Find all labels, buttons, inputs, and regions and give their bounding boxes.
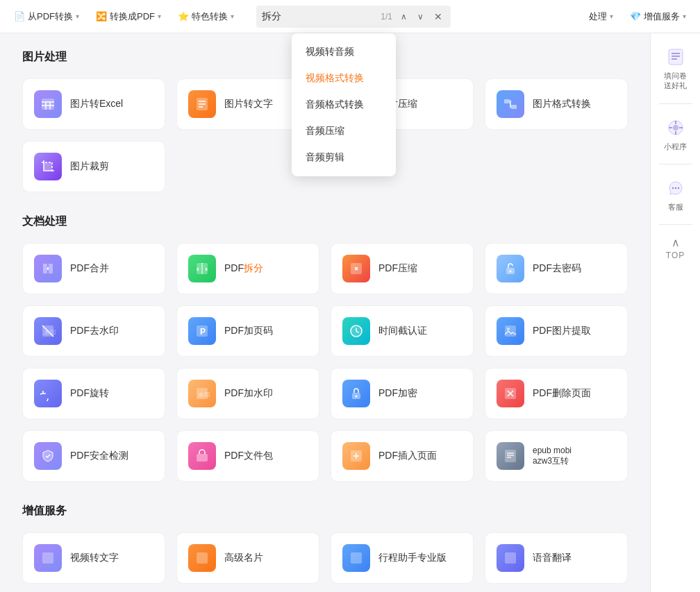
tool-icon-pdf-delete-page	[497, 380, 524, 407]
tool-pdf-security[interactable]: PDF安全检测	[22, 430, 165, 482]
tool-label-pdf-encrypt: PDF加密	[378, 387, 417, 400]
tool-icon-pdf-compress	[342, 255, 370, 282]
tool-time-stamp[interactable]: 时间截认证	[331, 305, 474, 357]
tool-icon-pdf-package	[188, 442, 216, 470]
tool-va-4[interactable]: 语音翻译	[485, 532, 628, 584]
svg-text:P: P	[200, 327, 206, 337]
tool-pdf-rotate[interactable]: PDF旋转	[22, 368, 165, 419]
tool-label-va-3: 行程助手专业版	[378, 552, 447, 564]
mini-program-label: 小程序	[664, 142, 687, 151]
tool-img-format[interactable]: 图片格式转换	[485, 78, 628, 130]
svg-rect-14	[511, 105, 517, 109]
tool-pdf-delete-page[interactable]: PDF删除页面	[485, 368, 628, 419]
dropdown-overlay: 视频转音频 视频格式转换 音频格式转换 音频压缩 音频剪辑	[292, 33, 396, 176]
svg-rect-13	[504, 99, 510, 103]
to-pdf-btn[interactable]: 🔀 转换成PDF ▾	[88, 6, 169, 27]
processing-btn[interactable]: 处理 ▾	[581, 6, 622, 27]
tool-img-excel[interactable]: 图片转Excel	[22, 78, 165, 130]
dropdown-item-audio-compress[interactable]: 音频压缩	[292, 118, 396, 144]
sidebar-divider-3	[659, 224, 692, 225]
dropdown-item-video-format[interactable]: 视频格式转换	[292, 65, 396, 92]
from-pdf-btn[interactable]: 📄 从PDF转换 ▾	[6, 6, 88, 27]
tool-img-crop[interactable]: 图片裁剪	[22, 141, 165, 192]
tool-label-img-format: 图片格式转换	[533, 98, 591, 110]
tool-pdf-decrypt[interactable]: PDF去密码	[485, 243, 628, 294]
tool-pdf-split[interactable]: PDF拆分	[176, 243, 319, 294]
svg-rect-28	[505, 325, 516, 337]
tool-icon-img-format	[497, 90, 524, 118]
search-count: 1/1	[381, 12, 392, 22]
tool-label-pdf-watermark-add: PDF加水印	[224, 387, 273, 400]
tool-label-va-1: 视频转文字	[70, 552, 119, 564]
tool-pdf-encrypt[interactable]: PDF加密	[331, 368, 474, 419]
top-button[interactable]: ∧ TOP	[653, 230, 698, 266]
tool-icon-pdf-insert-page	[342, 442, 370, 470]
tool-pdf-compress[interactable]: PDF压缩	[331, 243, 474, 294]
svg-point-33	[356, 396, 358, 398]
svg-rect-0	[42, 99, 54, 110]
svg-point-21	[510, 271, 512, 273]
toolbar: 📄 从PDF转换 ▾ 🔀 转换成PDF ▾ ⭐ 特色转换 ▾ 拆分 1/1 ∧ …	[0, 0, 700, 33]
value-added-btn[interactable]: 💎 增值服务 ▾	[622, 6, 694, 27]
tool-pdf-pagenum[interactable]: P PDF加页码	[176, 305, 319, 357]
tool-icon-pdf-encrypt	[342, 380, 370, 407]
svg-point-59	[672, 187, 673, 189]
questionnaire-icon	[665, 46, 687, 68]
tool-pdf-watermark-rm[interactable]: 水印 PDF去水印	[22, 305, 165, 357]
svg-point-61	[677, 187, 678, 189]
svg-rect-37	[197, 454, 208, 462]
tool-icon-pdf-img-extract	[497, 317, 524, 345]
tool-pdf-merge[interactable]: PDF合并	[22, 243, 165, 294]
search-bar: 拆分 1/1 ∧ ∨ ✕	[256, 6, 451, 28]
tool-pdf-img-extract[interactable]: PDF图片提取	[485, 305, 628, 357]
sidebar-item-mini-program[interactable]: 小程序	[653, 110, 698, 158]
tool-label-epub-mobi: epub mobi azw3互转	[533, 446, 572, 467]
top-arrow-icon: ∧	[672, 236, 680, 249]
dropdown-item-audio-edit[interactable]: 音频剪辑	[292, 144, 396, 171]
value-added-tools-grid: 视频转文字 高级名片 行程助手专业版	[22, 532, 628, 584]
tool-pdf-insert-page[interactable]: PDF插入页面	[331, 430, 474, 482]
svg-rect-48	[505, 552, 516, 564]
tool-epub-mobi[interactable]: epub mobi azw3互转	[485, 430, 628, 482]
chevron-down-icon5: ▾	[683, 12, 686, 20]
tool-pdf-package[interactable]: PDF文件包	[176, 430, 319, 482]
right-sidebar: 填问卷 送好礼 小程序	[650, 33, 700, 592]
search-prev-btn[interactable]: ∧	[397, 10, 410, 24]
search-next-btn[interactable]: ∨	[413, 10, 427, 24]
sidebar-divider-2	[659, 164, 692, 164]
document-tools-grid: PDF合并 PDF拆分 PDF压缩	[22, 243, 628, 482]
svg-rect-41	[505, 450, 516, 462]
from-pdf-icon: 📄	[14, 11, 25, 22]
tool-label-pdf-split: PDF拆分	[224, 262, 263, 275]
tool-label-img-text: 图片转文字	[224, 98, 273, 110]
tool-label-va-2: 高级名片	[224, 552, 263, 564]
search-close-btn[interactable]: ✕	[431, 10, 445, 24]
value-added-section: 增值服务 视频转文字 高级名片	[22, 504, 628, 584]
sidebar-item-customer-service[interactable]: 客服	[653, 170, 698, 219]
value-added-icon: 💎	[630, 11, 641, 22]
to-pdf-label: 转换成PDF	[110, 10, 155, 23]
svg-rect-49	[669, 49, 683, 65]
tool-label-pdf-img-extract: PDF图片提取	[533, 325, 591, 337]
to-pdf-icon: 🔀	[96, 11, 107, 22]
tool-va-3[interactable]: 行程助手专业版	[331, 532, 474, 584]
sidebar-item-questionnaire[interactable]: 填问卷 送好礼	[653, 39, 698, 98]
dropdown-item-audio-format[interactable]: 音频格式转换	[292, 92, 396, 118]
tool-icon-pdf-watermark-rm: 水印	[34, 317, 62, 345]
tool-label-pdf-delete-page: PDF删除页面	[533, 387, 591, 400]
special-icon: ⭐	[178, 11, 189, 22]
tool-icon-va-3	[342, 544, 370, 572]
svg-point-29	[507, 328, 510, 330]
tool-icon-pdf-decrypt	[497, 255, 524, 282]
tool-va-2[interactable]: 高级名片	[176, 532, 319, 584]
svg-point-60	[674, 187, 676, 189]
top-label: TOP	[666, 251, 685, 260]
special-btn[interactable]: ⭐ 特色转换 ▾	[169, 6, 242, 27]
svg-rect-46	[197, 552, 208, 564]
tool-pdf-watermark-add[interactable]: 水印 PDF加水印	[176, 368, 319, 419]
tool-icon-pdf-watermark-add: 水印	[188, 380, 216, 407]
tool-icon-va-2	[188, 544, 216, 572]
svg-rect-47	[351, 552, 362, 564]
dropdown-item-video-audio[interactable]: 视频转音频	[292, 39, 396, 65]
tool-va-1[interactable]: 视频转文字	[22, 532, 165, 584]
